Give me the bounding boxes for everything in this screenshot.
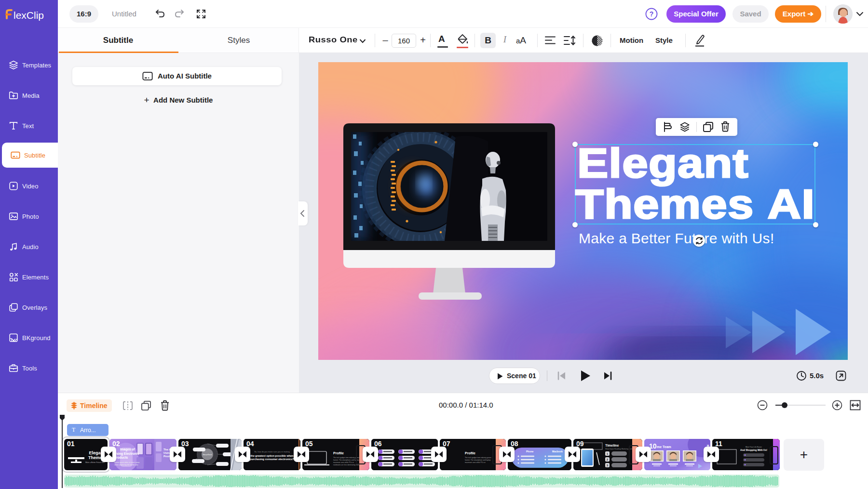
- svg-text:Macbook: Macbook: [552, 450, 563, 453]
- svg-text:?: ?: [650, 10, 654, 18]
- svg-text:Make a Better Future with: Make a Better Future with: [85, 462, 105, 463]
- svg-text:So, how do you make sure you r: So, how do you make sure you re making: [254, 450, 290, 453]
- svg-text:the greatest option possible w: the greatest option possible when: [251, 454, 294, 457]
- svg-text:Images of: Images of: [120, 448, 135, 451]
- svg-text:fastest. The smartphone and la: fastest. The smartphone and laptop: [333, 459, 359, 461]
- svg-text:01: 01: [67, 440, 75, 448]
- svg-text:Show Impact Roadmap Marketing: Show Impact Roadmap Marketing Technology: [605, 448, 637, 450]
- svg-text:me Team: me Team: [657, 445, 671, 449]
- svg-text:maximum uses while PCs or: maximum uses while PCs or: [465, 462, 486, 463]
- svg-text:And Shopping With Us!: And Shopping With Us!: [740, 449, 767, 451]
- svg-text:lexClip: lexClip: [14, 10, 44, 21]
- svg-text:Profile: Profile: [333, 451, 344, 455]
- svg-text:ctetur adipiscing elit sed do: ctetur adipiscing elit sed do eius: [114, 464, 138, 466]
- svg-text:SmartTech: SmartTech: [203, 453, 212, 456]
- svg-text:The tech gadget item industry: The tech gadget item industry grows: [465, 457, 491, 459]
- svg-text:Products: Products: [114, 456, 128, 459]
- svg-text:fastest. The smartphone and la: fastest. The smartphone and laptop: [465, 459, 490, 461]
- svg-text:Profile: Profile: [465, 451, 475, 455]
- svg-text:Phone: Phone: [526, 450, 533, 453]
- svg-text:Meet Your Life Easier: Meet Your Life Easier: [746, 446, 762, 448]
- svg-text:Using Electronic: Using Electronic: [114, 452, 139, 456]
- svg-text:Timeline: Timeline: [605, 444, 619, 447]
- svg-text:purchasing consumer electronic: purchasing consumer electronics?: [250, 458, 294, 461]
- svg-text:Lorem ipsum dolor sit amet con: Lorem ipsum dolor sit amet conse: [114, 462, 140, 463]
- svg-text:The tech gadget item industry: The tech gadget item industry grows: [333, 457, 360, 459]
- svg-text:notebooks are less dominating: notebooks are less dominating now.: [333, 464, 359, 466]
- svg-text:maximum uses while PCs or: maximum uses while PCs or: [333, 462, 354, 463]
